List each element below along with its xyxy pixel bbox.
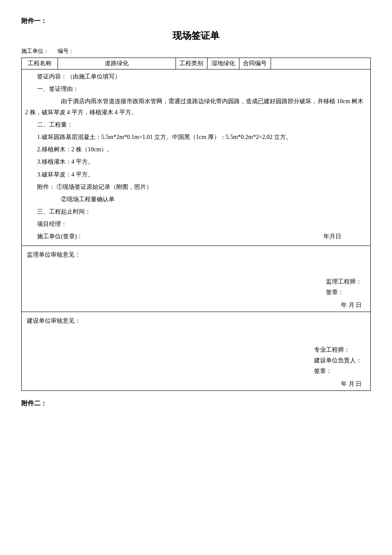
supervisor-sign-label: 签章： — [326, 287, 362, 298]
company-label: 施工单位： — [21, 48, 49, 54]
owner-specialist-label: 专业工程师： — [314, 344, 362, 355]
quantity-title: 二、工程量： — [25, 119, 367, 130]
main-content-cell: 签证内容：（由施工单位填写） 一、签证理由： 由于酒店内雨水管道连接市政雨水管网… — [22, 69, 371, 246]
project-name-value: 道路绿化 — [58, 58, 176, 69]
number-label: 编号： — [58, 48, 74, 54]
owner-date: 年 月 日 — [22, 380, 370, 390]
construction-sign: 施工单位(签章)： — [25, 231, 323, 242]
doc-title: 现场签证单 — [21, 29, 371, 42]
supervisor-section: 监理单位审核意见： 监理工程师： 签章： — [22, 246, 370, 301]
item1: 1.破坏园路基层混凝土：5.5m*2m*0.1m=1.01 立方。中国黑（1cm… — [25, 132, 367, 142]
contract-header: 合同编号 — [239, 58, 271, 69]
reason-body: 由于酒店内雨水管道连接市政雨水管网，需通过道路边绿化带内园路，造成已建好园路部分… — [25, 96, 367, 117]
project-type-header: 工程类别 — [176, 58, 207, 69]
contract-value — [271, 58, 370, 69]
supervisor-title: 监理单位审核意见： — [27, 249, 365, 260]
supervisor-date: 年 月 日 — [22, 301, 370, 312]
supervisor-bottom: 监理工程师： 签章： — [326, 276, 362, 298]
owner-sign-label: 签章： — [314, 366, 362, 376]
attachment-two-label: 附件二： — [21, 399, 371, 408]
attachment-label-text: 附件： ①现场签证原始记录（附图，照片） — [25, 182, 367, 192]
project-manager: 项目经理： — [25, 219, 367, 229]
item3: 3.移植灌木：4 平方。 — [25, 156, 367, 167]
attachment-one-label: 附件一： — [21, 17, 371, 25]
project-name-header: 工程名称 — [22, 58, 58, 69]
reason-title: 一、签证理由： — [25, 84, 367, 94]
owner-section: 建设单位审核意见： 专业工程师： 建设单位负责人： 签章： — [22, 312, 370, 380]
owner-bottom: 专业工程师： 建设单位负责人： 签章： — [314, 344, 362, 377]
project-type-value: 湿地绿化 — [208, 58, 239, 69]
owner-title: 建设单位审核意见： — [27, 315, 365, 326]
attachment2-text: ②现场工程量确认单 — [25, 194, 367, 205]
date-label: 年月日 — [323, 231, 341, 242]
supervisor-engineer-label: 监理工程师： — [326, 276, 362, 287]
item2: 2.移植树木：2 株（10cm）。 — [25, 144, 367, 155]
meta-line: 施工单位： 编号： — [21, 47, 371, 55]
time-title: 三、工程起止时间： — [25, 206, 367, 217]
owner-responsible-label: 建设单位负责人： — [314, 355, 362, 366]
item4: 3.破坏草皮：4 平方。 — [25, 169, 367, 180]
sign-content-title: 签证内容：（由施工单位填写） — [25, 71, 367, 82]
